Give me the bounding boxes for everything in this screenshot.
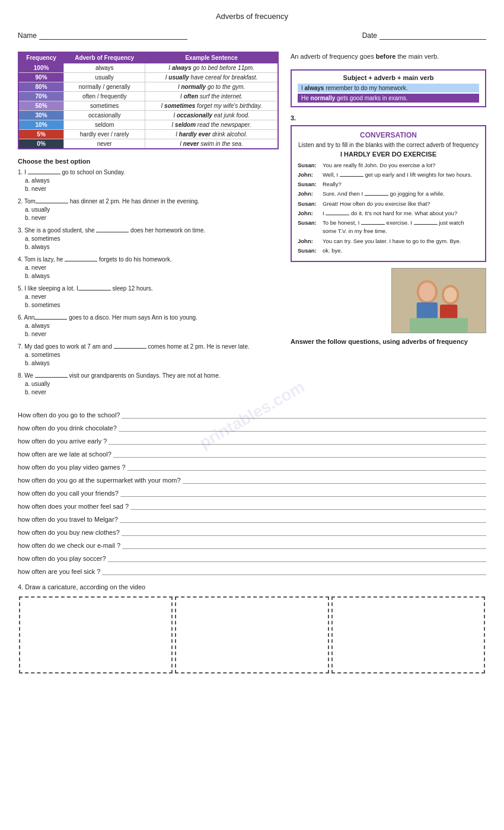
question-options: a. sometimesb. always (25, 235, 279, 251)
answer-line-underline[interactable] (130, 502, 486, 510)
answer-line-underline[interactable] (122, 528, 486, 536)
question-blank[interactable] (34, 319, 67, 320)
freq-adverb: normally / generally (64, 82, 145, 92)
col-header-frequency: Frequency (18, 52, 64, 63)
question-option: a. sometimes (25, 351, 279, 359)
answer-line-underline[interactable] (122, 541, 486, 549)
answer-line-label: how often do you drink chocolate? (18, 424, 117, 432)
conv-text: You can try. See you later. I have to go… (323, 237, 479, 245)
question-options: a. neverb. sometimes (25, 293, 279, 309)
question-option: b. always (25, 359, 279, 368)
freq-example: I often surf the internet. (145, 92, 278, 101)
rule-text: An adverb of frequency goes (291, 53, 376, 60)
conv-blank[interactable] (361, 224, 385, 225)
svg-point-6 (444, 288, 457, 303)
question-text-before: I like sleeping a lot. I (24, 285, 78, 292)
question-item: 8. We visit our grandparents on Sundays.… (18, 372, 279, 397)
draw-box-2[interactable] (175, 596, 328, 673)
answer-line-row: how often do you buy new clothes? (18, 528, 486, 536)
answer-line-row: How often do you go to the school? (18, 410, 486, 419)
conv-text: Great! How often do you exercise like th… (323, 200, 479, 208)
question-options: a. alwaysb. never (25, 322, 279, 339)
answer-line-underline[interactable] (108, 554, 486, 562)
answer-line-row: how often do you call your friends? (18, 489, 486, 497)
question-option: a. sometimes (25, 235, 279, 243)
conv-blank[interactable] (340, 176, 363, 177)
rule-bold: before (376, 53, 396, 60)
answer-line-label: how often does your mother feel sad ? (18, 503, 129, 510)
answer-line-label: how often do you call your friends? (18, 490, 119, 497)
answer-line-underline[interactable] (122, 410, 486, 419)
rule-example-box: Subject + adverb + main verb I always re… (291, 69, 486, 107)
conversation-headline: I HARDLY EVER DO EXERCISE (298, 151, 479, 158)
name-field: Name (18, 31, 187, 40)
draw-boxes-row (18, 595, 486, 675)
question-text-before: She is a good student, she (24, 227, 96, 234)
question-options: a. usuallyb. never (25, 206, 279, 222)
freq-pct: 10% (18, 120, 64, 130)
rule-box: An adverb of frequency goes before the m… (291, 52, 486, 62)
draw-box-1[interactable] (19, 596, 173, 673)
question-blank[interactable] (78, 290, 111, 290)
freq-pct: 90% (18, 73, 64, 82)
rule-text2: the main verb. (395, 53, 439, 60)
answer-line-row: how often are we late at school? (18, 449, 486, 458)
conv-line: Susan:Really? (298, 180, 479, 189)
freq-adverb: often / frequently (64, 92, 145, 101)
freq-pct: 80% (18, 82, 64, 92)
freq-example: I normally go to the gym. (145, 82, 278, 92)
question-text-before: My dad goes to work at 7 am and (24, 343, 114, 350)
answer-line-underline[interactable] (127, 462, 486, 471)
answer-line-underline[interactable] (120, 515, 486, 523)
question-item: 5. I like sleeping a lot. I sleep 12 hou… (18, 285, 279, 309)
answer-line-underline[interactable] (183, 475, 486, 484)
answer-line-underline[interactable] (120, 489, 486, 497)
choose-section: Choose the best option 1. I go to school… (18, 158, 279, 397)
question-blank[interactable] (96, 232, 129, 232)
answer-line-underline[interactable] (119, 423, 486, 432)
conv-blank[interactable] (365, 195, 388, 196)
conv-text: Well, I get up early and I lift weights … (323, 171, 479, 179)
freq-table-row: 90% usually I usually have cereal for br… (18, 73, 278, 82)
answer-line-label: how often are we late at school? (18, 451, 111, 458)
date-label: Date (362, 31, 377, 40)
answer-line-underline[interactable] (113, 449, 486, 458)
question-blank[interactable] (114, 348, 146, 349)
date-underline (379, 31, 486, 40)
conv-line: Susan:Great! How often do you exercise l… (298, 200, 479, 208)
conv-blank[interactable] (326, 215, 349, 215)
question-text-after: sleep 12 hours. (111, 285, 153, 292)
question-blank[interactable] (28, 174, 60, 174)
answer-line-underline[interactable] (109, 436, 486, 445)
answer-instruction: Answer the follow questions, using adver… (291, 338, 486, 345)
conv-blank[interactable] (414, 224, 438, 225)
answer-line-label: how often do you play video games ? (18, 464, 126, 471)
conv-speaker: John: (298, 190, 320, 198)
draw-box-3[interactable] (331, 596, 485, 673)
freq-pct: 5% (18, 130, 64, 139)
question-num: 1. (18, 169, 23, 175)
question-option: a. never (25, 293, 279, 301)
question-blank[interactable] (36, 203, 68, 203)
freq-adverb: always (64, 63, 145, 73)
question-item: 1. I go to school on Sunday.a. alwaysb. … (18, 168, 279, 193)
conv-speaker: John: (298, 171, 320, 179)
answer-line-underline[interactable] (102, 567, 486, 575)
question-blank[interactable] (65, 261, 97, 261)
conv-speaker: Susan: (298, 247, 320, 255)
name-date-row: Name Date (18, 31, 486, 40)
freq-table-row: 80% normally / generally I normally go t… (18, 82, 278, 92)
question-blank[interactable] (35, 377, 68, 378)
left-column: Frequency Adverb of Frequency Example Se… (18, 52, 279, 401)
answer-line-row: how often do you arrive early ? (18, 436, 486, 445)
conv-speaker: John: (298, 209, 320, 218)
freq-adverb: hardly ever / rarely (64, 130, 145, 139)
conv-line: Susan:You are really fit John. Do you ex… (298, 161, 479, 170)
answer-lines-section: How often do you go to the school?how of… (18, 410, 486, 575)
page-title: Adverbs of frecuency (18, 12, 486, 21)
question-options: a. alwaysb. never (25, 177, 279, 193)
answer-line-row: how often are you feel sick ? (18, 567, 486, 575)
frequency-table: Frequency Adverb of Frequency Example Se… (18, 52, 279, 149)
question-option: b. always (25, 243, 279, 251)
question-item: 6. Ann goes to a disco. Her mum says Ann… (18, 314, 279, 339)
